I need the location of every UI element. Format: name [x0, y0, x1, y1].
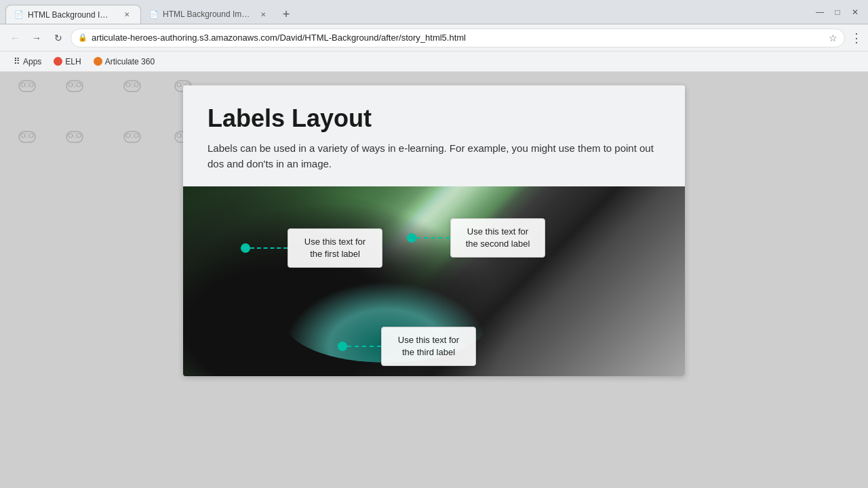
bookmark-articulate[interactable]: Articulate 360: [88, 54, 160, 69]
bookmark-elh[interactable]: ELH: [48, 54, 86, 69]
elh-favicon: [54, 57, 62, 66]
new-tab-button[interactable]: +: [277, 5, 296, 24]
bookmark-apps[interactable]: ⠿ Apps: [8, 54, 47, 69]
label-1-connector: Use this text for the first label: [241, 228, 382, 268]
tab-2-close[interactable]: ✕: [258, 9, 269, 20]
card-header: Labels Layout Labels can be used in a va…: [183, 85, 685, 186]
browser-toolbar: ← → ↻ 🔒 articulate-heroes-authoring.s3.a…: [0, 24, 868, 52]
page-content: Labels Layout Labels can be used in a va…: [0, 72, 868, 488]
address-text: articulate-heroes-authoring.s3.amazonaws…: [92, 33, 825, 43]
lock-icon: 🔒: [78, 33, 87, 42]
back-button[interactable]: ←: [5, 28, 24, 47]
bookmarks-bar: ⠿ Apps ELH Articulate 360: [0, 52, 868, 72]
tab-1-favicon: 📄: [14, 10, 24, 19]
maximize-button[interactable]: □: [830, 5, 845, 20]
tabs-area: 📄 HTML Background Imag... ✕ 📄 HTML Backg…: [5, 0, 807, 24]
label-3-dot: [338, 342, 347, 351]
window-controls: — □ ✕: [812, 5, 863, 20]
label-3-box: Use this text for the third label: [381, 327, 476, 366]
bookmark-star-icon[interactable]: ☆: [829, 33, 837, 43]
apps-icon: ⠿: [14, 56, 20, 66]
browser-window: 📄 HTML Background Imag... ✕ 📄 HTML Backg…: [0, 0, 868, 488]
close-button[interactable]: ✕: [848, 5, 863, 20]
label-1-box: Use this text for the first label: [288, 228, 382, 268]
page-description: Labels can be used in a variety of ways …: [208, 141, 660, 171]
label-3-connector: Use this text for the third label: [338, 327, 476, 366]
bookmark-apps-label: Apps: [23, 57, 41, 66]
label-2-line: [416, 237, 450, 239]
minimize-button[interactable]: —: [812, 5, 827, 20]
moto-background: Use this text for the first label Use th…: [183, 186, 685, 376]
articulate-favicon: [94, 57, 102, 66]
background-pattern: [0, 72, 203, 174]
tab-1[interactable]: 📄 HTML Background Imag... ✕: [5, 5, 141, 24]
bookmark-elh-label: ELH: [65, 57, 81, 66]
tab-2-label: HTML Background Imag...: [163, 9, 251, 19]
forward-button[interactable]: →: [27, 28, 46, 47]
refresh-button[interactable]: ↻: [49, 28, 68, 47]
tab-2[interactable]: 📄 HTML Background Imag... ✕: [141, 5, 277, 24]
tab-1-label: HTML Background Imag...: [28, 10, 115, 20]
label-2-box: Use this text for the second label: [450, 218, 545, 258]
tab-2-favicon: 📄: [149, 10, 159, 19]
label-3-line: [347, 346, 381, 347]
label-2-dot: [407, 233, 416, 243]
label-2-connector: Use this text for the second label: [407, 218, 545, 258]
extensions-icon[interactable]: ⋮: [850, 30, 863, 45]
main-card: Labels Layout Labels can be used in a va…: [183, 85, 685, 376]
label-1-dot: [241, 243, 250, 253]
page-title: Labels Layout: [208, 104, 660, 133]
bookmark-articulate-label: Articulate 360: [105, 57, 155, 66]
label-1-line: [250, 247, 288, 249]
address-bar[interactable]: 🔒 articulate-heroes-authoring.s3.amazona…: [71, 28, 845, 47]
browser-titlebar: 📄 HTML Background Imag... ✕ 📄 HTML Backg…: [0, 0, 868, 24]
tab-1-close[interactable]: ✕: [121, 9, 132, 20]
card-image-section: Use this text for the first label Use th…: [183, 186, 685, 376]
